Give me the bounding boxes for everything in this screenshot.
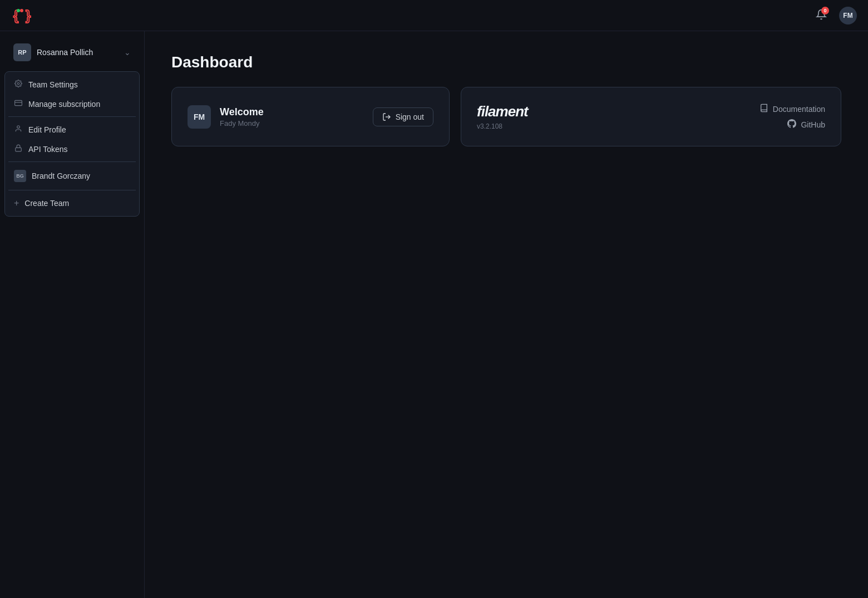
sidebar-user-button[interactable]: RP Rosanna Pollich ⌄ [4,38,140,67]
documentation-link[interactable]: Documentation [760,104,825,115]
book-icon [760,104,768,115]
user-icon [14,125,23,134]
sidebar-dropdown-menu: Team Settings Manage subscription [4,71,140,217]
main-content: Dashboard FM Welcome Fady Mondy [145,31,868,598]
lock-icon [14,144,23,154]
sidebar-divider-1 [8,116,136,117]
plus-icon: + [14,198,19,208]
api-tokens-label: API Tokens [28,145,68,154]
svg-point-4 [17,82,19,85]
logo: { } [11,5,32,26]
page-title: Dashboard [171,53,841,71]
navbar: { } 0 FM [0,0,868,31]
sidebar-item-manage-subscription[interactable]: Manage subscription [8,95,136,113]
github-icon [787,119,796,130]
sidebar-item-create-team[interactable]: + Create Team [8,194,136,213]
card-icon [14,99,23,109]
sidebar-divider-2 [8,161,136,162]
documentation-label: Documentation [773,105,825,114]
sidebar-divider-3 [8,190,136,190]
welcome-user-avatar: FM [188,105,211,129]
manage-subscription-label: Manage subscription [28,100,100,109]
sidebar-item-brandt-gorczany[interactable]: BG Brandt Gorczany [8,165,136,187]
chevron-down-icon: ⌄ [124,48,131,57]
sidebar-user-initials: RP [13,43,31,61]
github-link[interactable]: GitHub [787,119,825,130]
sidebar-item-edit-profile[interactable]: Edit Profile [8,120,136,139]
welcome-card: FM Welcome Fady Mondy Sign out [171,87,450,146]
app-logo-icon: { } [11,5,32,26]
navbar-right: 0 FM [812,6,857,25]
brandt-gorczany-label: Brandt Gorczany [32,171,90,180]
sidebar-item-team-settings[interactable]: Team Settings [8,75,136,94]
github-label: GitHub [801,120,825,129]
welcome-username: Fady Mondy [220,119,264,128]
navbar-user-avatar[interactable]: FM [839,7,857,24]
sign-out-button[interactable]: Sign out [373,107,433,126]
create-team-label: Create Team [24,199,69,208]
svg-point-7 [17,126,20,129]
filament-card: filament v3.2.108 Documentation [461,87,841,146]
layout: RP Rosanna Pollich ⌄ Team Settings [0,31,868,598]
team-settings-label: Team Settings [28,80,78,89]
notification-badge: 0 [821,7,829,14]
svg-rect-5 [15,100,22,105]
edit-profile-label: Edit Profile [28,125,66,134]
svg-point-2 [17,9,20,12]
svg-text:}: } [26,8,31,23]
sidebar-item-api-tokens[interactable]: API Tokens [8,140,136,158]
gear-icon [14,80,23,89]
svg-point-3 [20,9,23,12]
svg-rect-8 [16,148,22,151]
filament-brand-name: filament [477,103,528,120]
sign-out-icon [382,112,391,121]
notification-button[interactable]: 0 [812,6,830,25]
cards-row: FM Welcome Fady Mondy Sign out [171,87,841,146]
sidebar: RP Rosanna Pollich ⌄ Team Settings [0,31,145,598]
filament-version: v3.2.108 [477,122,528,130]
sign-out-label: Sign out [396,112,424,121]
sidebar-username: Rosanna Pollich [37,48,93,57]
team-avatar-bg: BG [14,170,26,182]
welcome-heading: Welcome [220,106,264,118]
